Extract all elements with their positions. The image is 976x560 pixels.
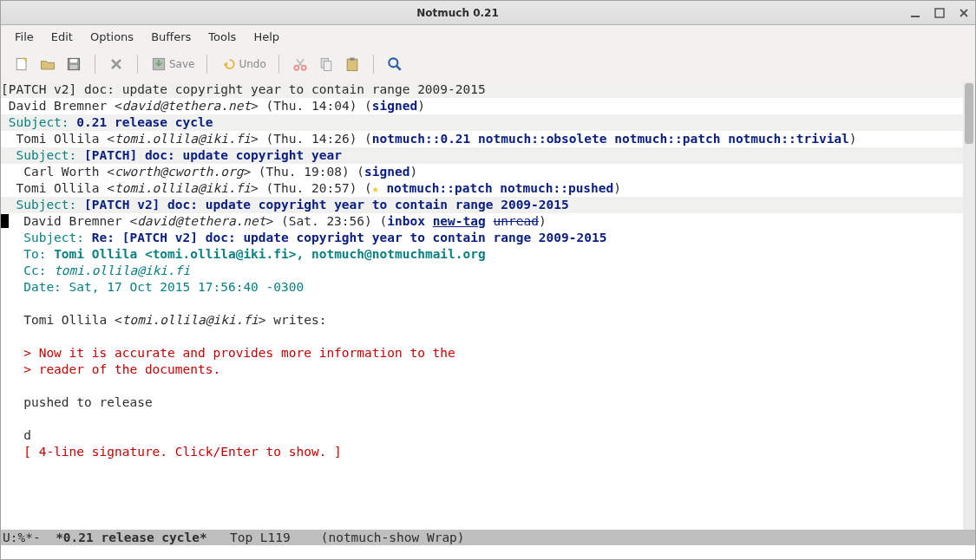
close-icon — [959, 8, 969, 18]
save-label: Save — [169, 58, 194, 70]
save-button[interactable]: Save — [147, 52, 198, 76]
message-header-3: Carl Worth <cworth@cworth.org> (Thu. 19:… — [1, 165, 417, 179]
open-file-button[interactable] — [36, 52, 60, 76]
toolbar-separator — [137, 55, 138, 74]
menu-tools[interactable]: Tools — [201, 29, 243, 45]
svg-rect-19 — [347, 59, 357, 70]
tag: notmuch::pushed — [500, 181, 613, 195]
to-line: To: Tomi Ollila <tomi.ollila@iki.fi>, no… — [1, 247, 486, 261]
body-line-1: pushed to release — [1, 395, 153, 409]
menu-file[interactable]: File — [8, 29, 41, 45]
subject: [PATCH] doc: update copyright year — [84, 148, 342, 162]
toolbar: Save Undo — [1, 49, 975, 81]
app-window: Notmuch 0.21 File Edit Options Buffers T… — [0, 0, 976, 560]
menu-options[interactable]: Options — [83, 29, 141, 45]
body-intro: Tomi Ollila <tomi.ollila@iki.fi> writes: — [1, 313, 326, 327]
tag-inbox: inbox — [387, 214, 425, 228]
menu-help[interactable]: Help — [246, 29, 286, 45]
minimize-button[interactable] — [909, 7, 921, 19]
save-icon — [150, 55, 167, 73]
quoted-line-1: > Now it is accurate and provides more i… — [1, 346, 455, 360]
svg-rect-0 — [911, 16, 920, 17]
message-header-4: Tomi Ollila <tomi.ollila@iki.fi> (Thu. 2… — [1, 181, 621, 195]
tag-signed: signed — [372, 99, 417, 113]
date: Thu. 19:08 — [266, 165, 342, 179]
message-header-2: Tomi Ollila <tomi.ollila@iki.fi> (Thu. 1… — [1, 132, 857, 146]
thread-title: [PATCH v2] doc: update copyright year to… — [1, 82, 486, 96]
x-icon — [108, 55, 125, 73]
statusbar: U:%*- *0.21 release cycle* Top L119 (not… — [1, 530, 975, 545]
email-address: tomi.ollila@iki.fi — [115, 132, 251, 146]
vertical-scrollbar[interactable] — [963, 81, 975, 530]
disk-icon — [65, 55, 82, 73]
tag: notmuch::obsolete — [478, 132, 606, 146]
tag-signed: signed — [364, 165, 409, 179]
undo-label: Undo — [239, 58, 265, 70]
subject-line-1: Subject: 0.21 release cycle — [1, 114, 963, 131]
content-area: [PATCH v2] doc: update copyright year to… — [1, 81, 975, 530]
subject: [PATCH v2] doc: update copyright year to… — [84, 198, 569, 212]
subject-line-3: Subject: [PATCH v2] doc: update copyrigh… — [1, 197, 963, 213]
close-button[interactable] — [958, 7, 970, 19]
undo-button[interactable]: Undo — [216, 52, 269, 76]
minimize-icon — [910, 8, 920, 18]
message-header-1: David Bremner <david@tethera.net> (Thu. … — [1, 99, 425, 113]
date: Sat. 23:56 — [289, 214, 364, 228]
new-file-button[interactable] — [10, 52, 34, 76]
email-address: cworth@cworth.org — [115, 165, 243, 179]
toolbar-separator — [95, 55, 95, 74]
svg-rect-18 — [324, 62, 331, 71]
tag: notmuch::0.21 — [372, 132, 471, 146]
svg-rect-8 — [70, 65, 77, 69]
thread-title-line: [PATCH v2] doc: update copyright year to… — [1, 81, 963, 98]
close-file-button[interactable] — [104, 52, 128, 76]
buffer-name: *0.21 release cycle* — [56, 531, 207, 544]
tag: notmuch::patch — [614, 132, 720, 146]
paste-button[interactable] — [340, 52, 364, 76]
subject: Re: [PATCH v2] doc: update copyright yea… — [92, 231, 607, 244]
menu-buffers[interactable]: Buffers — [144, 29, 198, 45]
star-icon: ★ — [372, 182, 379, 195]
email-address: david@tethera.net — [137, 214, 265, 228]
copy-icon — [318, 55, 335, 73]
date: Thu. 14:04 — [273, 99, 349, 113]
maximize-icon — [934, 8, 945, 18]
tag-unread: unread — [493, 214, 538, 228]
cc-line: Cc: tomi.ollila@iki.fi — [1, 264, 190, 277]
svg-rect-20 — [350, 58, 354, 61]
minibuffer[interactable] — [1, 545, 975, 559]
search-button[interactable] — [383, 52, 407, 76]
email-address: david@tethera.net — [122, 99, 251, 113]
status-mode: (notmuch-show Wrap) — [321, 531, 465, 544]
titlebar: Notmuch 0.21 — [1, 1, 975, 25]
date: Thu. 20:57 — [273, 181, 349, 195]
scrollbar-thumb[interactable] — [965, 83, 973, 144]
copy-button[interactable] — [314, 52, 338, 76]
svg-rect-1 — [935, 9, 944, 17]
body-line-2: d — [1, 428, 31, 442]
status-flags: U:%*- — [3, 531, 41, 544]
undo-icon — [219, 55, 237, 73]
search-icon — [386, 55, 403, 73]
svg-rect-7 — [70, 59, 77, 62]
folder-open-icon — [39, 55, 56, 73]
message-header-5: David Bremner <david@tethera.net> (Sat. … — [1, 214, 547, 228]
cut-button[interactable] — [288, 52, 312, 76]
date-header-line: Date: Sat, 17 Oct 2015 17:56:40 -0300 — [1, 280, 304, 294]
toolbar-separator — [206, 55, 207, 74]
menu-edit[interactable]: Edit — [44, 29, 80, 45]
new-file-icon — [13, 55, 30, 73]
paste-icon — [344, 55, 361, 73]
tag: notmuch::trivial — [728, 132, 849, 146]
maximize-button[interactable] — [933, 7, 946, 19]
svg-line-22 — [396, 66, 400, 70]
scissors-icon — [291, 55, 309, 73]
email-thread-view[interactable]: [PATCH v2] doc: update copyright year to… — [1, 81, 963, 530]
window-title: Notmuch 0.21 — [6, 7, 909, 19]
date: Thu. 14:26 — [273, 132, 349, 146]
save-as-button[interactable] — [62, 52, 86, 76]
tag-new: new-tag — [433, 214, 486, 228]
subject-line-2: Subject: [PATCH] doc: update copyright y… — [1, 147, 963, 164]
subject: 0.21 release cycle — [76, 115, 213, 129]
signature-placeholder[interactable]: [ 4-line signature. Click/Enter to show.… — [1, 445, 342, 459]
